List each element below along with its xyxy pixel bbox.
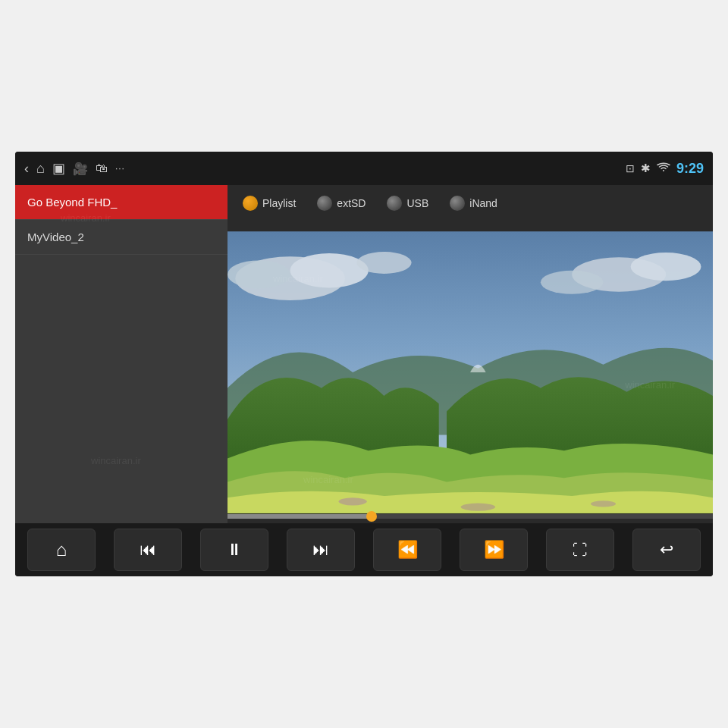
status-right: ⊡ ✱ 9:29 xyxy=(626,161,704,177)
playlist-item-0[interactable]: Go Beyond FHD_ xyxy=(15,185,228,220)
more-icon[interactable]: ··· xyxy=(115,163,125,174)
wifi-icon xyxy=(657,162,670,175)
video-area[interactable] xyxy=(228,221,713,523)
main-content: Go Beyond FHD_ MyVideo_2 Playlist extSD xyxy=(15,185,713,523)
fastforward-icon: ⏩ xyxy=(484,540,504,560)
tab-inand[interactable]: iNand xyxy=(442,193,505,214)
bag-icon[interactable]: 🛍 xyxy=(96,162,108,175)
fullscreen-icon: ⛶ xyxy=(573,541,588,559)
tab-dot-inand xyxy=(450,196,465,211)
progress-fill xyxy=(228,514,373,519)
progress-thumb xyxy=(366,511,377,522)
fastforward-button[interactable]: ⏩ xyxy=(460,529,528,571)
pause-icon: ⏸ xyxy=(226,540,243,560)
svg-point-6 xyxy=(631,253,701,281)
home-button[interactable]: ⌂ xyxy=(36,161,45,177)
fullscreen-button[interactable]: ⛶ xyxy=(546,529,614,571)
cast-icon: ⊡ xyxy=(626,162,635,174)
status-time: 9:29 xyxy=(676,161,704,177)
control-bar: ⌂ ⏮ ⏸ ⏭ ⏪ ⏩ ⛶ ↩ xyxy=(15,523,713,576)
status-left: ‹ ⌂ ▣ 🎥 🛍 ··· xyxy=(24,160,125,177)
home-ctrl-icon: ⌂ xyxy=(56,539,67,560)
next-button[interactable]: ⏭ xyxy=(287,529,355,571)
svg-point-7 xyxy=(541,271,604,294)
back-button[interactable]: ‹ xyxy=(24,161,29,177)
right-panel: Playlist extSD USB iNand xyxy=(228,185,713,523)
svg-point-8 xyxy=(339,497,367,505)
tab-label-extsd: extSD xyxy=(337,197,366,209)
source-tabs: Playlist extSD USB iNand xyxy=(228,185,713,221)
rewind-icon: ⏪ xyxy=(397,540,418,560)
next-icon: ⏭ xyxy=(312,540,329,560)
tab-label-usb: USB xyxy=(406,197,428,209)
status-bar: ‹ ⌂ ▣ 🎥 🛍 ··· ⊡ ✱ 9:29 xyxy=(15,152,713,185)
back-ctrl-button[interactable]: ↩ xyxy=(632,529,701,571)
home-ctrl-button[interactable]: ⌂ xyxy=(27,529,96,571)
tab-dot-extsd xyxy=(317,196,332,211)
svg-point-4 xyxy=(356,252,411,274)
pause-button[interactable]: ⏸ xyxy=(200,529,268,571)
camera-icon[interactable]: 🎥 xyxy=(73,162,88,176)
tab-label-playlist: Playlist xyxy=(262,197,296,209)
tab-label-inand: iNand xyxy=(469,197,497,209)
tab-dot-playlist xyxy=(243,196,258,211)
tab-dot-usb xyxy=(387,196,402,211)
prev-button[interactable]: ⏮ xyxy=(114,529,182,571)
prev-icon: ⏮ xyxy=(140,540,156,560)
device-frame: wincairan.ir wincairan.ir wincairan.ir w… xyxy=(15,152,713,576)
recent-apps-button[interactable]: ▣ xyxy=(52,160,65,177)
playlist-panel: Go Beyond FHD_ MyVideo_2 xyxy=(15,185,228,523)
rewind-button[interactable]: ⏪ xyxy=(373,529,441,571)
tab-extsd[interactable]: extSD xyxy=(309,193,373,214)
progress-bar[interactable] xyxy=(228,514,713,519)
svg-point-10 xyxy=(591,500,616,507)
bluetooth-icon: ✱ xyxy=(641,162,651,175)
tab-usb[interactable]: USB xyxy=(379,193,436,214)
svg-point-2 xyxy=(290,253,369,287)
tab-playlist[interactable]: Playlist xyxy=(235,193,303,214)
back-ctrl-icon: ↩ xyxy=(660,540,673,560)
svg-point-9 xyxy=(461,503,495,510)
svg-point-3 xyxy=(228,260,290,288)
playlist-item-1[interactable]: MyVideo_2 xyxy=(15,220,228,255)
